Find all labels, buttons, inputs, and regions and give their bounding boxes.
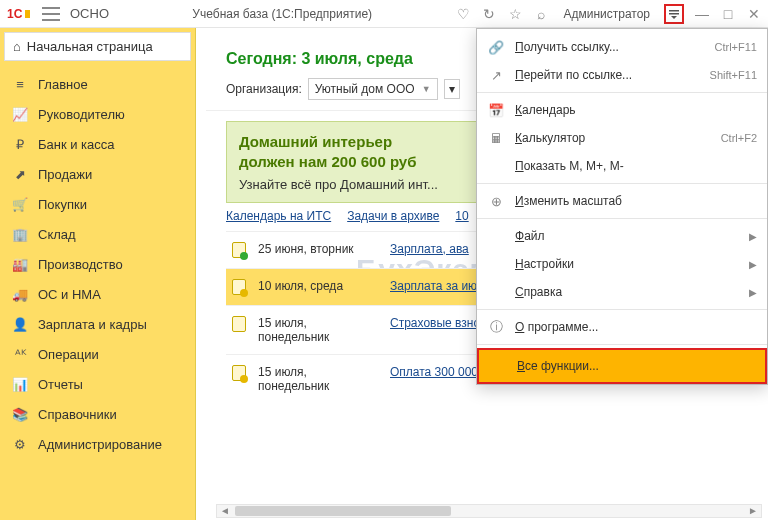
org-label: Организация: (226, 82, 302, 96)
star-icon[interactable]: ☆ (507, 6, 523, 22)
menu-icon: 📅 (487, 102, 505, 118)
user-label[interactable]: Администратор (563, 7, 650, 21)
sidebar-item-10[interactable]: 📊Отчеты (0, 369, 195, 399)
sidebar-item-4[interactable]: 🛒Покупки (0, 189, 195, 219)
nav-icon-12: ⚙ (12, 436, 28, 452)
sidebar-item-0[interactable]: ≡Главное (0, 69, 195, 99)
menu-item-11[interactable]: Справка ▶ (477, 278, 767, 306)
menu-label: О программе... (515, 320, 757, 334)
nav-icon-2: ₽ (12, 136, 28, 152)
nav-icon-1: 📈 (12, 106, 28, 122)
nav-label-3: Продажи (38, 167, 92, 182)
nav-icon-9: ᴬᴷ (12, 346, 28, 362)
nav-icon-0: ≡ (12, 76, 28, 92)
nav-icon-5: 🏢 (12, 226, 28, 242)
service-menu-button[interactable] (664, 4, 684, 24)
menu-item-7[interactable]: ⊕ Изменить масштаб (477, 187, 767, 215)
nav-label-12: Администрирование (38, 437, 162, 452)
sidebar-item-9[interactable]: ᴬᴷОперации (0, 339, 195, 369)
window-title: Учебная база (1С:Предприятие) (109, 7, 455, 21)
minimize-button[interactable]: — (694, 6, 710, 22)
menu-item-4[interactable]: 🖩 Калькулятор Ctrl+F2 (477, 124, 767, 152)
task-date: 25 июня, вторник (258, 242, 378, 256)
sidebar-item-11[interactable]: 📚Справочники (0, 399, 195, 429)
sidebar-item-1[interactable]: 📈Руководителю (0, 99, 195, 129)
menu-label: Календарь (515, 103, 757, 117)
start-page-tab[interactable]: ⌂ Начальная страница (4, 32, 191, 61)
sidebar-item-3[interactable]: ⬈Продажи (0, 159, 195, 189)
nav-icon-7: 🚚 (12, 286, 28, 302)
sidebar-item-5[interactable]: 🏢Склад (0, 219, 195, 249)
nav-label-2: Банк и касса (38, 137, 115, 152)
link-archive[interactable]: Задачи в архиве (347, 209, 439, 223)
org-extra-button[interactable]: ▾ (444, 79, 460, 99)
doc-icon (232, 316, 246, 332)
menu-icon (487, 256, 505, 272)
nav-label-7: ОС и НМА (38, 287, 101, 302)
org-select[interactable]: Уютный дом ООО ▼ (308, 78, 438, 100)
nav-label-5: Склад (38, 227, 76, 242)
maximize-button[interactable]: □ (720, 6, 736, 22)
sidebar: ⌂ Начальная страница ≡Главное📈Руководите… (0, 28, 196, 520)
menu-separator (477, 92, 767, 93)
task-date: 15 июля, понедельник (258, 316, 378, 344)
sidebar-item-8[interactable]: 👤Зарплата и кадры (0, 309, 195, 339)
nav-label-0: Главное (38, 77, 88, 92)
search-icon[interactable]: ⌕ (533, 6, 549, 22)
bell-icon[interactable]: ♡ (455, 6, 471, 22)
service-menu: 🔗 Получить ссылку... Ctrl+F11 ↗ Перейти … (476, 28, 768, 385)
menu-separator (477, 309, 767, 310)
menu-icon: 🔗 (487, 39, 505, 55)
menu-separator (477, 218, 767, 219)
menu-item-0[interactable]: 🔗 Получить ссылку... Ctrl+F11 (477, 33, 767, 61)
menu-label: Получить ссылку... (515, 40, 705, 54)
task-date: 10 июля, среда (258, 279, 378, 293)
menu-item-5[interactable]: Показать M, M+, M- (477, 152, 767, 180)
doc-icon (232, 279, 246, 295)
sidebar-item-12[interactable]: ⚙Администрирование (0, 429, 195, 459)
task-link[interactable]: Зарплата, ава (390, 242, 469, 256)
menu-item-15[interactable]: Все функции... (477, 348, 767, 384)
doc-icon (232, 242, 246, 258)
menu-icon: ⊕ (487, 193, 505, 209)
burger-icon[interactable] (42, 7, 60, 21)
nav-label-10: Отчеты (38, 377, 83, 392)
nav-icon-4: 🛒 (12, 196, 28, 212)
nav-label-8: Зарплата и кадры (38, 317, 147, 332)
svg-text:1С: 1С (7, 7, 23, 21)
horizontal-scrollbar[interactable]: ◄ ► (216, 504, 762, 518)
menu-label: Файл (515, 229, 739, 243)
menu-item-9[interactable]: Файл ▶ (477, 222, 767, 250)
menu-separator (477, 183, 767, 184)
menu-separator (477, 344, 767, 345)
close-button[interactable]: ✕ (746, 6, 762, 22)
menu-item-10[interactable]: Настройки ▶ (477, 250, 767, 278)
link-count[interactable]: 10 (455, 209, 468, 223)
sidebar-item-2[interactable]: ₽Банк и касса (0, 129, 195, 159)
link-its[interactable]: Календарь на ИТС (226, 209, 331, 223)
svg-rect-3 (669, 13, 679, 15)
scroll-left-icon[interactable]: ◄ (219, 505, 231, 517)
menu-item-1[interactable]: ↗ Перейти по ссылке... Shift+F11 (477, 61, 767, 89)
menu-icon (489, 358, 507, 374)
scroll-thumb[interactable] (235, 506, 451, 516)
nav-icon-11: 📚 (12, 406, 28, 422)
scroll-right-icon[interactable]: ► (747, 505, 759, 517)
history-icon[interactable]: ↻ (481, 6, 497, 22)
svg-marker-4 (671, 16, 677, 19)
menu-item-13[interactable]: ⓘ О программе... (477, 313, 767, 341)
menu-item-3[interactable]: 📅 Календарь (477, 96, 767, 124)
nav-list: ≡Главное📈Руководителю₽Банк и касса⬈Прода… (0, 65, 195, 463)
nav-icon-6: 🏭 (12, 256, 28, 272)
org-value: Уютный дом ООО (315, 82, 415, 96)
nav-label-11: Справочники (38, 407, 117, 422)
menu-shortcut: Ctrl+F2 (721, 132, 757, 144)
sidebar-item-6[interactable]: 🏭Производство (0, 249, 195, 279)
task-date: 15 июля, понедельник (258, 365, 378, 393)
menu-label: Перейти по ссылке... (515, 68, 700, 82)
nav-label-4: Покупки (38, 197, 87, 212)
sidebar-item-7[interactable]: 🚚ОС и НМА (0, 279, 195, 309)
menu-label: Калькулятор (515, 131, 711, 145)
menu-shortcut: Shift+F11 (710, 69, 757, 81)
home-icon: ⌂ (13, 39, 21, 54)
